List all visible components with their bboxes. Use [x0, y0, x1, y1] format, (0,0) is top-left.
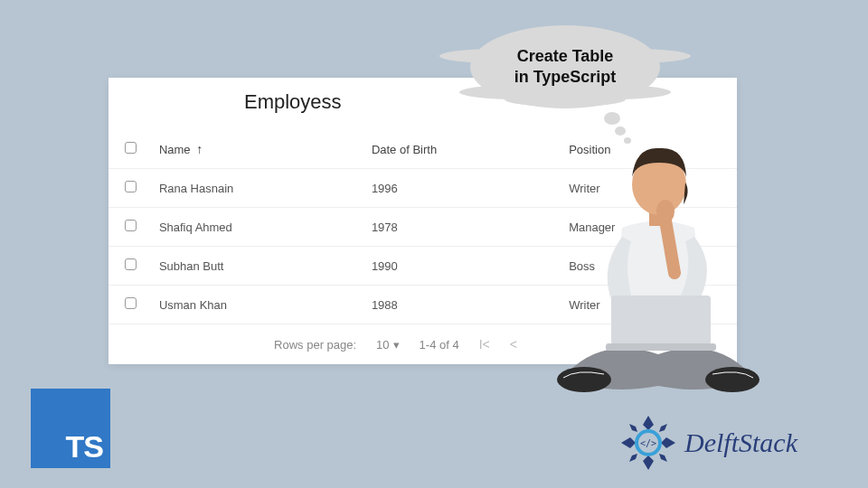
typescript-logo: TS [31, 389, 110, 468]
first-page-icon[interactable]: I< [479, 337, 490, 352]
row-checkbox[interactable] [125, 220, 137, 231]
pagination-range: 1-4 of 4 [420, 338, 459, 352]
cell-dob: 1988 [363, 286, 560, 324]
bubble-body: Create Table in TypeScript [470, 25, 660, 108]
svg-point-1 [705, 367, 760, 392]
svg-point-0 [557, 367, 611, 392]
bubble-line2: in TypeScript [514, 67, 617, 88]
cell-name: Shafiq Ahmed [150, 208, 363, 247]
delftstack-logo-text: DelftStack [684, 427, 797, 458]
rows-per-page-select[interactable]: 10 ▾ [376, 338, 399, 352]
svg-rect-2 [611, 296, 711, 345]
row-checkbox[interactable] [125, 181, 137, 192]
bubble-line1: Create Table [517, 46, 614, 67]
person-illustration [541, 137, 776, 399]
bubble-tail-dot-icon [615, 127, 626, 136]
row-checkbox[interactable] [125, 258, 137, 270]
svg-text:</>: </> [640, 438, 656, 448]
bubble-tail-dot-icon [604, 112, 620, 125]
delftstack-emblem-icon: </> [619, 414, 677, 472]
select-all-checkbox[interactable] [125, 142, 137, 154]
cell-name: Usman Khan [150, 286, 363, 324]
cell-dob: 1996 [363, 169, 560, 208]
thought-bubble: Create Table in TypeScript [470, 25, 669, 134]
row-checkbox[interactable] [125, 297, 137, 309]
sort-asc-icon: ↑ [196, 142, 203, 156]
rows-per-page-label: Rows per page: [274, 338, 356, 352]
cell-name: Rana Hasnain [150, 169, 363, 208]
rows-per-page-value: 10 [376, 338, 389, 352]
column-header-name[interactable]: Name ↑ [150, 130, 363, 169]
prev-page-icon[interactable]: < [510, 337, 517, 352]
svg-rect-3 [606, 343, 716, 351]
column-label: Name [159, 143, 191, 156]
cell-name: Subhan Butt [150, 247, 363, 286]
cell-dob: 1978 [363, 208, 560, 247]
column-header-dob[interactable]: Date of Birth [363, 130, 560, 169]
ts-logo-text: TS [66, 429, 103, 465]
dropdown-icon: ▾ [393, 338, 400, 352]
delftstack-logo: </> DelftStack [619, 414, 797, 472]
cell-dob: 1990 [363, 247, 560, 286]
